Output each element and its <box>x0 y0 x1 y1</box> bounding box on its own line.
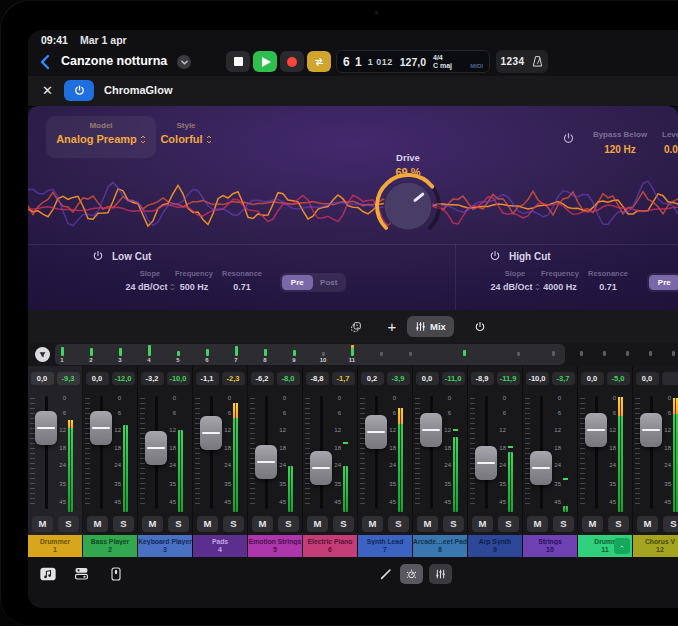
fader-db-value[interactable]: -10,0 <box>526 372 549 385</box>
track-name-label[interactable]: Chorus V12 <box>633 535 678 557</box>
solo-button[interactable]: S <box>663 516 678 532</box>
pre-segment[interactable]: Pre <box>282 275 313 290</box>
fader-db-value[interactable]: -1,1 <box>196 372 219 385</box>
overview-visible-window[interactable] <box>55 344 565 365</box>
lcd-display[interactable]: 6 1 1 012 127,0 4/4 C maj MIDI <box>336 50 490 73</box>
mute-button[interactable]: M <box>417 516 438 532</box>
track-name-label[interactable]: Electric Piano6 <box>303 535 357 557</box>
fader-db-value[interactable]: -8,8 <box>306 372 329 385</box>
level-value[interactable]: 0.0 <box>664 144 678 155</box>
fader-handle[interactable] <box>200 416 222 450</box>
fader-db-value[interactable]: 0,0 <box>581 372 604 385</box>
mute-button[interactable]: M <box>637 516 658 532</box>
fader-db-value[interactable]: 0,0 <box>31 372 54 385</box>
mute-button[interactable]: M <box>307 516 328 532</box>
fader-db-value[interactable]: 0,2 <box>361 372 384 385</box>
mixer-power-button[interactable] <box>468 316 492 337</box>
cycle-button[interactable] <box>307 51 331 72</box>
solo-button[interactable]: S <box>388 516 409 532</box>
fader-handle[interactable] <box>530 451 552 485</box>
solo-button[interactable]: S <box>443 516 464 532</box>
meter-peak-value[interactable]: -9,3 <box>57 372 80 385</box>
meter-peak-value[interactable] <box>662 372 678 385</box>
track-name-label[interactable]: Synth Lead7 <box>358 535 412 557</box>
fader-db-value[interactable]: 0,0 <box>636 372 659 385</box>
mix-button[interactable]: Mix <box>407 316 454 337</box>
low-cut-power-icon[interactable] <box>92 250 104 262</box>
play-button[interactable] <box>253 51 277 72</box>
faders-view-button[interactable] <box>429 564 452 584</box>
meter-peak-value[interactable]: -2,3 <box>222 372 245 385</box>
close-plugin-icon[interactable]: ✕ <box>42 83 53 99</box>
high-cut-resonance[interactable]: Resonance 0.71 <box>580 269 636 292</box>
bypass-power-icon[interactable] <box>562 132 575 145</box>
duplicate-button[interactable] <box>344 316 368 337</box>
fader-db-value[interactable]: -6,2 <box>251 372 274 385</box>
fader-handle[interactable] <box>255 445 277 479</box>
song-title[interactable]: Canzone notturna <box>61 54 167 68</box>
filter-icon[interactable] <box>35 347 50 362</box>
mute-button[interactable]: M <box>582 516 603 532</box>
smart-controls-button[interactable] <box>400 564 423 584</box>
mute-button[interactable]: M <box>252 516 273 532</box>
metronome-icon[interactable] <box>531 55 544 68</box>
stop-button[interactable] <box>226 51 250 72</box>
solo-button[interactable]: S <box>223 516 244 532</box>
fader-handle[interactable] <box>35 411 57 445</box>
mute-button[interactable]: M <box>362 516 383 532</box>
high-cut-power-icon[interactable] <box>489 250 501 262</box>
fader-handle[interactable] <box>310 451 332 485</box>
fader-db-value[interactable]: -8,9 <box>471 372 494 385</box>
song-menu-chevron-icon[interactable] <box>177 55 191 69</box>
mute-button[interactable]: M <box>472 516 493 532</box>
plugins-icon[interactable] <box>72 564 91 583</box>
meter-peak-value[interactable]: -11,9 <box>497 372 520 385</box>
track-name-label[interactable]: Pads4 <box>193 535 247 557</box>
keyboard-icon[interactable] <box>106 564 125 583</box>
low-cut-resonance[interactable]: Resonance 0.71 <box>214 269 270 292</box>
fader-handle[interactable] <box>365 415 387 449</box>
fader-handle[interactable] <box>90 411 112 445</box>
solo-button[interactable]: S <box>608 516 629 532</box>
mute-button[interactable]: M <box>142 516 163 532</box>
fader-handle[interactable] <box>420 413 442 447</box>
mute-button[interactable]: M <box>197 516 218 532</box>
pre-segment[interactable]: Pre <box>649 275 678 290</box>
solo-button[interactable]: S <box>168 516 189 532</box>
track-name-label[interactable]: Strings10 <box>523 535 577 557</box>
fader-db-value[interactable]: -3,2 <box>141 372 164 385</box>
fader-handle[interactable] <box>475 446 497 480</box>
solo-button[interactable]: S <box>58 516 79 532</box>
meter-peak-value[interactable]: -1,7 <box>332 372 355 385</box>
mute-button[interactable]: M <box>527 516 548 532</box>
back-icon[interactable] <box>38 53 54 71</box>
track-name-label[interactable]: Drums11 <box>578 535 632 557</box>
post-segment[interactable]: Post <box>314 275 345 290</box>
track-name-label[interactable]: Bass Player2 <box>83 535 137 557</box>
add-track-button[interactable]: + <box>380 316 404 337</box>
pencil-icon[interactable] <box>378 565 394 584</box>
fader-db-value[interactable]: 0,0 <box>416 372 439 385</box>
count-in-button[interactable]: 1234 <box>500 56 524 67</box>
fader-handle[interactable] <box>145 431 167 465</box>
meter-peak-value[interactable]: -12,0 <box>112 372 135 385</box>
fader-db-value[interactable]: 0,0 <box>86 372 109 385</box>
track-name-label[interactable]: Arp Synth9 <box>468 535 522 557</box>
solo-button[interactable]: S <box>113 516 134 532</box>
mute-button[interactable]: M <box>32 516 53 532</box>
meter-peak-value[interactable]: -3,9 <box>387 372 410 385</box>
plugin-power-button[interactable] <box>64 80 94 101</box>
solo-button[interactable]: S <box>553 516 574 532</box>
drive-knob[interactable] <box>370 168 446 244</box>
mute-button[interactable]: M <box>87 516 108 532</box>
style-selector[interactable]: Style Colorful <box>140 116 232 158</box>
track-name-label[interactable]: Emotion Strings5 <box>248 535 302 557</box>
track-name-label[interactable]: Keyboard Player3 <box>138 535 192 557</box>
solo-button[interactable]: S <box>278 516 299 532</box>
bypass-below-value[interactable]: 120 Hz <box>580 144 660 155</box>
record-button[interactable] <box>280 51 304 72</box>
meter-peak-value[interactable]: -3,7 <box>552 372 575 385</box>
track-name-label[interactable]: Drummer1 <box>28 535 82 557</box>
meter-peak-value[interactable]: -11,0 <box>442 372 465 385</box>
fader-handle[interactable] <box>585 413 607 447</box>
